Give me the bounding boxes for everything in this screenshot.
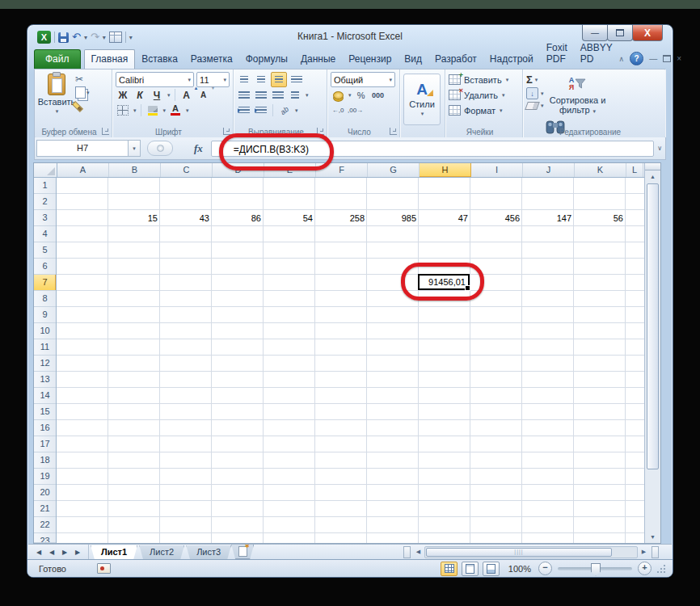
row-header-23[interactable]: 23 [34,533,56,543]
tab-вид[interactable]: Вид [398,50,428,69]
row-header-16[interactable]: 16 [34,420,56,436]
first-sheet-icon[interactable]: ◀ [33,549,44,556]
sheet-tab-лист2[interactable]: Лист2 [139,545,184,560]
accounting-dropdown-icon[interactable]: ▾ [348,92,352,99]
align-right-button[interactable] [271,88,285,102]
cell-D3[interactable]: 86 [212,210,261,226]
fill-color-button[interactable] [145,103,160,117]
vertical-scroll-thumb[interactable] [647,183,659,469]
row-header-10[interactable]: 10 [34,323,56,339]
bold-button[interactable]: Ж [116,88,130,102]
row-header-22[interactable]: 22 [34,517,56,533]
record-macro-icon[interactable] [97,563,111,574]
zoom-level[interactable]: 100% [504,564,531,574]
column-header-B[interactable]: B [109,163,161,177]
row-header-15[interactable]: 15 [34,404,56,420]
cell-E3[interactable]: 54 [264,210,313,226]
row-header-13[interactable]: 13 [34,372,56,388]
selected-cell-H7[interactable]: 91456,01 [418,274,470,290]
column-header-J[interactable]: J [523,163,575,177]
scroll-left-icon[interactable]: ◀ [412,549,424,555]
copy-dropdown-icon[interactable]: ▾ [86,90,90,96]
orientation-button[interactable]: ab [277,103,292,117]
expand-formula-bar-icon[interactable]: ∨ [657,145,662,152]
horizontal-scroll-thumb[interactable] [426,548,612,557]
column-header-F[interactable]: F [316,163,368,177]
page-layout-view-button[interactable] [462,562,479,576]
column-header-K[interactable]: K [575,163,626,177]
number-format-combobox[interactable]: Общий▾ [331,72,395,87]
row-header-5[interactable]: 5 [34,242,56,259]
align-top-button[interactable] [237,73,251,86]
comma-style-button[interactable]: 000 [371,88,386,102]
row-header-20[interactable]: 20 [34,485,56,501]
column-header-A[interactable]: A [57,163,109,177]
row-header-12[interactable]: 12 [34,356,56,372]
zoom-in-button[interactable]: + [638,562,652,575]
tab-надстрой[interactable]: Надстрой [483,50,540,69]
grow-font-button[interactable]: А▲ [179,88,194,102]
horizontal-split-handle[interactable] [652,546,659,558]
accounting-format-button[interactable] [331,88,345,102]
horizontal-scrollbar[interactable] [424,546,638,558]
row-header-2[interactable]: 2 [34,194,56,210]
font-color-dropdown-icon[interactable]: ▾ [186,107,189,114]
row-header-18[interactable]: 18 [34,452,56,469]
select-all-corner[interactable] [34,163,57,177]
last-sheet-icon[interactable]: ▶ [72,549,83,556]
insert-sheet-button[interactable] [231,545,254,559]
cell-B3[interactable]: 15 [108,210,158,226]
alignment-dialog-launcher-icon[interactable] [317,128,324,135]
number-dialog-launcher-icon[interactable] [390,128,397,135]
autosum-icon[interactable]: Σ [526,74,533,85]
row-header-11[interactable]: 11 [34,339,56,356]
fill-handle[interactable] [465,285,470,291]
cell-I3[interactable]: 456 [470,210,520,226]
column-header-H[interactable]: H [420,163,471,177]
cell-F3[interactable]: 258 [315,210,365,226]
tab-разметка[interactable]: Разметка [184,50,239,69]
normal-view-button[interactable] [441,562,458,576]
fill-icon[interactable]: ↓ [526,87,538,99]
tab-рецензир[interactable]: Рецензир [342,50,398,69]
align-left-button[interactable] [237,88,251,102]
insert-function-button[interactable]: fx [194,142,203,155]
align-bottom-button[interactable] [271,72,287,87]
name-box[interactable]: H7 [36,140,129,157]
next-sheet-icon[interactable]: ▶ [59,549,70,556]
percent-style-button[interactable]: % [354,88,369,102]
scroll-right-icon[interactable]: ▶ [638,549,650,555]
row-header-8[interactable]: 8 [34,291,56,307]
tab-разработ[interactable]: Разработ [428,50,483,69]
row-header-14[interactable]: 14 [34,388,56,404]
fill-color-dropdown-icon[interactable]: ▾ [163,107,167,114]
row-header-4[interactable]: 4 [34,226,56,242]
clear-dropdown-icon[interactable]: ▾ [541,103,544,109]
collapse-ribbon-icon[interactable]: ∧ [619,55,625,63]
row-header-17[interactable]: 17 [34,436,56,452]
cell-K3[interactable]: 56 [574,210,623,226]
help-icon[interactable]: ? [630,52,643,65]
column-header-L[interactable]: L [626,163,643,177]
row-header-9[interactable]: 9 [34,307,56,323]
clipboard-dialog-launcher-icon[interactable] [102,128,109,135]
tab-вставка[interactable]: Вставка [135,50,184,69]
borders-button[interactable] [116,103,130,117]
workbook-minimize-icon[interactable]: — [649,54,657,63]
align-center-button[interactable] [254,88,268,102]
cell-J3[interactable]: 147 [522,210,571,226]
clear-icon[interactable] [525,102,540,110]
cells-area[interactable]: 15438654258985474561475691456,01 [57,178,644,543]
row-header-3[interactable]: 3 [34,210,56,226]
underline-button[interactable]: Ч [150,88,164,102]
name-box-dropdown-icon[interactable]: ▾ [129,140,141,157]
vertical-scrollbar[interactable]: ▲ ▼ [644,163,660,543]
zoom-slider-thumb[interactable] [591,563,601,576]
column-header-E[interactable]: E [264,163,316,177]
page-break-view-button[interactable] [483,562,500,576]
underline-dropdown-icon[interactable]: ▾ [167,92,171,99]
sheet-tab-лист3[interactable]: Лист3 [186,545,231,560]
font-dialog-launcher-icon[interactable] [223,128,230,135]
sheet-tab-лист1[interactable]: Лист1 [91,545,137,560]
merge-dropdown-icon[interactable]: ▾ [306,92,309,99]
